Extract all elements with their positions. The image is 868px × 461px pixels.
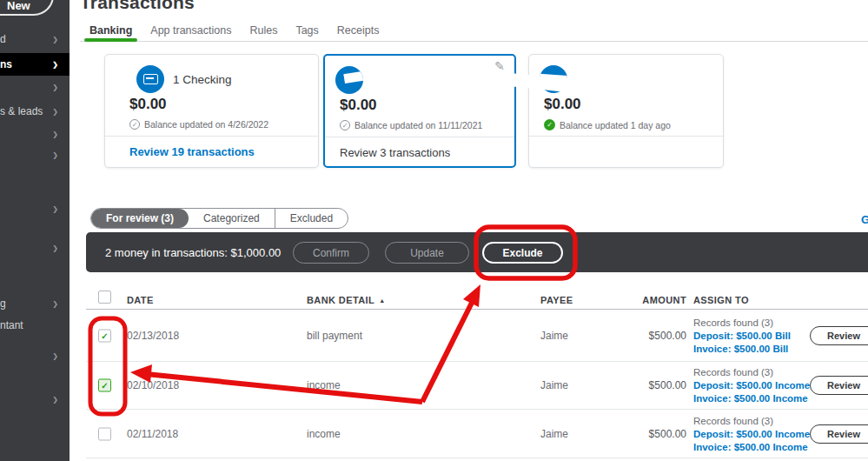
account-name: 1 Checking <box>173 73 232 86</box>
cell-date: 02/11/2018 <box>127 428 178 440</box>
bank-account-icon <box>136 65 164 93</box>
new-button-label[interactable]: New <box>7 0 30 12</box>
chevron-right-icon: ❯ <box>52 130 58 138</box>
nav-tabbar: Banking App transactions Rules Tags Rece… <box>80 24 868 42</box>
cell-date: 02/10/2018 <box>127 379 179 391</box>
cell-payee: Jaime <box>540 330 568 342</box>
sidebar-item-label: ntant <box>0 319 23 331</box>
chevron-right-icon: ❯ <box>52 244 58 252</box>
exclude-button[interactable]: Exclude <box>482 242 563 264</box>
chevron-right-icon: ❯ <box>52 352 58 360</box>
sidebar-item-label: ns <box>0 58 12 70</box>
credit-card-icon <box>143 74 158 84</box>
sidebar-item[interactable]: ❯ <box>0 388 70 411</box>
cell-bank-detail: bill payment <box>307 330 362 342</box>
column-header-label: BANK DETAIL <box>307 295 374 305</box>
check-circle-green-icon: ✓ <box>544 119 555 130</box>
sidebar-item[interactable]: ❯ <box>0 237 70 259</box>
row-checkbox[interactable]: ✓ <box>98 427 111 440</box>
table-header: ✓ DATE BANK DETAIL ▲ PAYEE AMOUNT ASSIGN… <box>86 289 868 310</box>
cell-payee: Jaime <box>540 379 568 391</box>
chevron-right-icon: ❯ <box>52 36 58 43</box>
card-divider <box>529 136 723 137</box>
sidebar-item-transactions[interactable]: ns ❯ <box>0 53 70 76</box>
balance-status: ✓ Balance updated on 4/26/2022 <box>129 119 268 130</box>
update-button[interactable]: Update <box>385 242 469 264</box>
chevron-right-icon: ❯ <box>52 61 58 69</box>
row-checkbox[interactable]: ✓ <box>98 379 111 392</box>
tab-categorized[interactable]: Categorized <box>189 209 275 228</box>
table-row[interactable]: ✓ 02/11/2018 income Jaime $500.00 Record… <box>86 410 868 458</box>
tab-for-review[interactable]: For review (3) <box>91 209 189 228</box>
account-balance: $0.00 <box>544 96 581 113</box>
sidebar-nav: New d ❯ ns ❯ ❯ s & leads ❯ ❯ ❯ ❯ ❯ g ❯ n… <box>0 0 70 461</box>
review-transactions-link[interactable]: Review 19 transactions <box>129 145 255 158</box>
review-button[interactable]: Review <box>810 424 868 444</box>
tab-excluded[interactable]: Excluded <box>275 209 348 228</box>
check-icon: ✓ <box>101 331 108 340</box>
column-header-date[interactable]: DATE <box>127 295 154 305</box>
sidebar-item[interactable]: g ❯ <box>0 292 70 315</box>
sidebar-item-label: s & leads <box>0 105 43 117</box>
card-divider <box>105 136 318 137</box>
chevron-right-icon: ❯ <box>52 151 58 159</box>
cell-amount: $500.00 <box>600 330 686 342</box>
page-title: Transactions <box>80 0 195 13</box>
balance-status: ✓ Balance updated 1 day ago <box>544 119 671 130</box>
card-divider <box>325 137 514 137</box>
tab-tags[interactable]: Tags <box>293 24 321 41</box>
column-header-amount[interactable]: AMOUNT <box>600 295 686 305</box>
sidebar-item[interactable]: ❯ <box>0 144 70 166</box>
chevron-right-icon: ❯ <box>52 108 58 116</box>
sidebar-item[interactable]: ❯ <box>0 197 70 220</box>
account-card[interactable]: $0.00 ✓ Balance updated 1 day ago <box>528 54 724 168</box>
bank-account-icon <box>335 66 363 94</box>
balance-status-text: Balance updated on 11/11/2021 <box>354 120 482 130</box>
chevron-right-icon: ❯ <box>52 300 58 308</box>
cell-date: 02/13/2018 <box>127 330 179 342</box>
column-header-bank-detail[interactable]: BANK DETAIL ▲ <box>307 295 385 305</box>
table-row[interactable]: ✓ 02/13/2018 bill payment Jaime $500.00 … <box>86 310 868 362</box>
sidebar-item[interactable]: ❯ <box>0 123 70 145</box>
balance-status-text: Balance updated 1 day ago <box>560 120 671 130</box>
sidebar-item[interactable]: ❯ <box>0 76 70 98</box>
review-transactions-text: Review 3 transactions <box>340 146 450 159</box>
cell-amount: $500.00 <box>600 379 686 391</box>
tab-rules[interactable]: Rules <box>247 24 280 41</box>
select-all-checkbox[interactable]: ✓ <box>98 291 111 304</box>
edit-pencil-icon[interactable]: ✎ <box>494 59 505 73</box>
table-row[interactable]: ✓ 02/10/2018 income Jaime $500.00 Record… <box>86 362 868 410</box>
account-card-checking[interactable]: 1 Checking $0.00 ✓ Balance updated on 4/… <box>104 54 319 168</box>
selection-summary: 2 money in transactions: $1,000.00 <box>105 246 281 259</box>
sidebar-item-accountant[interactable]: ntant <box>0 314 70 337</box>
balance-status: ✓ Balance updated on 11/11/2021 <box>340 120 482 130</box>
bulk-action-bar: 2 money in transactions: $1,000.00 Confi… <box>86 232 868 272</box>
confirm-button[interactable]: Confirm <box>293 242 369 264</box>
column-header-payee[interactable]: PAYEE <box>540 295 573 305</box>
review-button[interactable]: Review <box>810 326 868 345</box>
account-balance: $0.00 <box>340 97 377 114</box>
chevron-right-icon: ❯ <box>52 205 58 213</box>
column-header-assign-to[interactable]: ASSIGN TO <box>693 295 749 305</box>
go-to-register-link[interactable]: G <box>861 213 868 226</box>
tab-receipts[interactable]: Receipts <box>335 24 382 41</box>
cell-payee: Jaime <box>540 428 568 440</box>
tab-banking[interactable]: Banking <box>87 24 135 41</box>
check-circle-outline-icon: ✓ <box>340 120 350 130</box>
review-button[interactable]: Review <box>810 376 868 395</box>
sidebar-item-leads[interactable]: s & leads ❯ <box>0 100 70 123</box>
tab-app-transactions[interactable]: App transactions <box>148 24 234 41</box>
balance-status-text: Balance updated on 4/26/2022 <box>144 119 268 130</box>
row-checkbox[interactable]: ✓ <box>98 329 111 342</box>
sidebar-item-label: g <box>0 297 6 310</box>
cell-bank-detail: income <box>307 428 341 440</box>
check-circle-outline-icon: ✓ <box>129 119 140 130</box>
sidebar-item-label: d <box>0 33 6 45</box>
cell-amount: $500.00 <box>600 428 686 440</box>
sidebar-item[interactable]: ❯ <box>0 344 70 367</box>
transaction-filter-tabs: For review (3) Categorized Excluded <box>90 208 348 229</box>
sidebar-item-dashboard[interactable]: d ❯ <box>0 28 70 50</box>
cell-bank-detail: income <box>307 379 341 391</box>
chevron-right-icon: ❯ <box>52 84 58 91</box>
check-icon: ✓ <box>101 381 108 391</box>
